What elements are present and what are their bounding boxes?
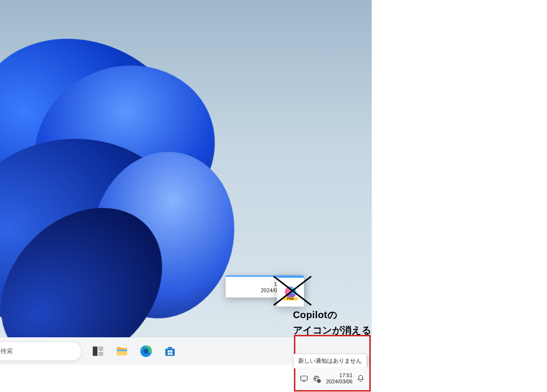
svg-rect-19 (303, 381, 305, 382)
search-placeholder: 検索 (0, 347, 13, 356)
annotation-line1: Copilotの (293, 307, 371, 322)
windows-bloom-graphic (0, 14, 288, 360)
svg-point-6 (144, 348, 149, 354)
network-disconnected-icon[interactable] (312, 374, 321, 383)
svg-rect-8 (168, 347, 172, 348)
svg-rect-2 (98, 352, 103, 356)
task-view-icon[interactable] (88, 342, 108, 361)
edge-icon[interactable] (136, 342, 156, 361)
file-explorer-icon[interactable] (112, 342, 132, 361)
clock-time-after: 17:51 (326, 372, 353, 379)
copilot-icon: PRE (282, 284, 299, 300)
notifications-icon-after[interactable] (356, 374, 365, 383)
display-icon[interactable] (299, 374, 309, 383)
no-notifications-tooltip: 新しい通知はありません (293, 354, 367, 368)
clock-date-after: 2024/03/06 (326, 379, 353, 385)
datetime-block-after[interactable]: 17:51 2024/03/06 (326, 372, 353, 385)
svg-rect-4 (117, 349, 127, 351)
svg-rect-1 (98, 346, 103, 351)
svg-rect-0 (93, 346, 97, 356)
svg-rect-12 (170, 353, 172, 355)
copilot-preview-badge: PRE (283, 297, 298, 300)
svg-rect-7 (165, 348, 175, 356)
tray-inset-after: 新しい通知はありません 17:51 2024/03/06 (294, 335, 371, 392)
taskbar-pinned-apps (88, 342, 180, 361)
svg-rect-10 (170, 350, 172, 352)
annotation-text: Copilotの アイコンが消える (293, 307, 371, 338)
svg-rect-9 (168, 350, 170, 352)
taskbar-search[interactable]: 検索 (0, 342, 82, 361)
svg-rect-11 (168, 353, 170, 355)
copilot-taskbar-button[interactable]: PRE (277, 276, 304, 307)
svg-rect-18 (301, 376, 307, 380)
microsoft-store-icon[interactable] (160, 342, 180, 361)
tray-bar-after: 17:51 2024/03/06 (295, 367, 369, 390)
